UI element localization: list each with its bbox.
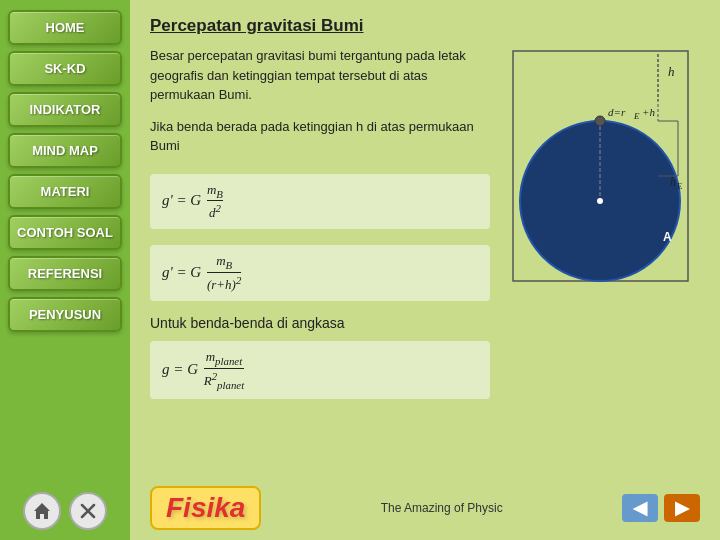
fisika-logo: Fisika [150,486,261,530]
svg-point-17 [595,116,605,126]
footer-credit: The Amazing of Physic [261,501,622,515]
svg-marker-0 [34,503,50,519]
sidebar-item-mind-map[interactable]: MIND MAP [8,133,122,168]
svg-point-19 [597,198,603,204]
svg-text:A: A [663,230,672,244]
footer: Fisika The Amazing of Physic ◀ ▶ [150,486,700,530]
content-area: Besar percepatan gravitasi bumi tergantu… [150,46,700,478]
sidebar-item-contoh-soal[interactable]: CONTOH SOAL [8,215,122,250]
sidebar-item-sk-kd[interactable]: SK-KD [8,51,122,86]
sidebar-bottom-icons [23,492,107,530]
sidebar-item-materi[interactable]: MATERI [8,174,122,209]
right-diagram: h d=r E +h h E A [500,46,700,478]
sidebar-item-penyusun[interactable]: PENYUSUN [8,297,122,332]
formula-2: g' = G mB (r+h)2 [150,245,490,301]
svg-text:d=r: d=r [608,106,626,118]
svg-text:h: h [670,175,676,189]
page-title: Percepatan gravitasi Bumi [150,16,700,36]
home-icon-button[interactable] [23,492,61,530]
sidebar-item-home[interactable]: HOME [8,10,122,45]
sidebar: HOME SK-KD INDIKATOR MIND MAP MATERI CON… [0,0,130,540]
main-content: Percepatan gravitasi Bumi Besar percepat… [130,0,720,540]
left-content: Besar percepatan gravitasi bumi tergantu… [150,46,490,478]
untuk-text: Untuk benda-benda di angkasa [150,315,490,331]
next-button[interactable]: ▶ [664,494,700,522]
svg-text:h: h [668,64,675,79]
sidebar-item-indikator[interactable]: INDIKATOR [8,92,122,127]
svg-text:+h: +h [642,106,655,118]
close-icon-button[interactable] [69,492,107,530]
sidebar-item-referensi[interactable]: REFERENSI [8,256,122,291]
nav-arrows: ◀ ▶ [622,494,700,522]
formula-3: g = G mplanet R2planet [150,341,490,399]
formula-1: g' = G mB d2 [150,174,490,230]
svg-text:E: E [677,181,683,191]
home-icon [32,501,52,521]
description-2: Jika benda berada pada ketinggian h di a… [150,117,490,156]
gravitasi-diagram: h d=r E +h h E A [508,46,693,286]
close-icon [78,501,98,521]
svg-text:E: E [633,111,640,121]
description-1: Besar percepatan gravitasi bumi tergantu… [150,46,490,105]
prev-button[interactable]: ◀ [622,494,658,522]
